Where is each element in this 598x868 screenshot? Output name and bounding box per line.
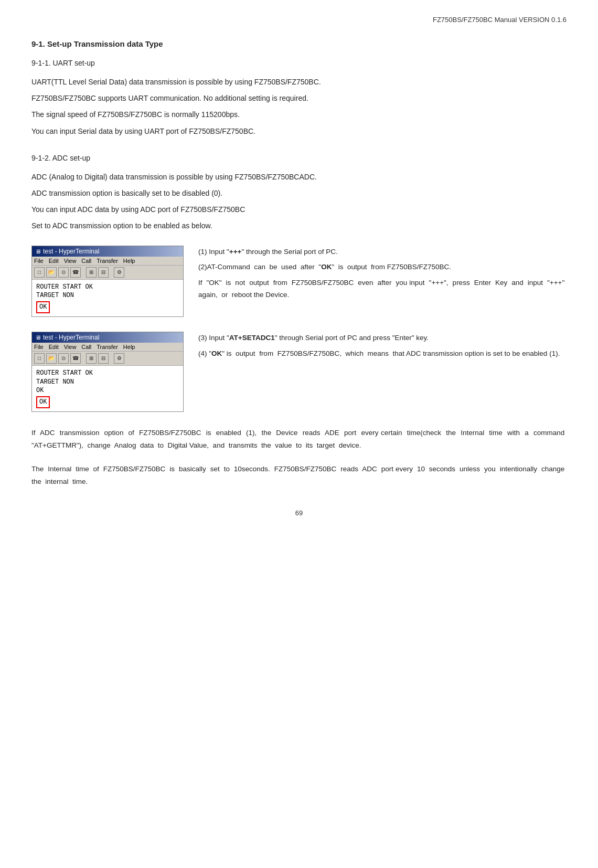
toolbar2-btn-recv[interactable]: ⊟ xyxy=(98,353,109,364)
terminal-2-ok-box: OK xyxy=(36,396,50,408)
menu-file-2[interactable]: File xyxy=(34,344,44,350)
toolbar2-btn-dial[interactable]: ☎ xyxy=(70,353,81,364)
page-title: FZ750BS/FZ750BC Manual VERSION 0.1.6 xyxy=(433,16,567,24)
uart-para-3: The signal speed of FZ750BS/FZ750BC is n… xyxy=(31,108,567,121)
terminal-1-title: test - HyperTerminal xyxy=(43,248,99,255)
terminal-1-line-2: TARGET NON xyxy=(36,291,179,300)
menu-edit-1[interactable]: Edit xyxy=(49,258,59,264)
desc1-para-2: (2)AT-Command can be used after "OK" is … xyxy=(198,261,567,273)
terminal-2-toolbar: □ 📂 ⊙ ☎ ⊞ ⊟ ⚙ xyxy=(32,352,183,366)
menu-help-2[interactable]: Help xyxy=(123,344,135,350)
terminal-1-content: ROUTER START OK TARGET NON OK xyxy=(32,280,183,316)
adc-para-4: Set to ADC transmission option to be ena… xyxy=(31,219,567,232)
toolbar2-btn-send[interactable]: ⊞ xyxy=(86,353,97,364)
desc-block-1: (1) Input "+++" through the Serial port … xyxy=(198,246,567,305)
bottom-section: If ADC transmission option of FZ750BS/FZ… xyxy=(31,427,567,488)
adc-para-2: ADC transmission option is basically set… xyxy=(31,187,567,200)
desc-block-2: (3) Input "AT+SETADC1" through Serial po… xyxy=(198,332,567,363)
terminal-1-line-1: ROUTER START OK xyxy=(36,283,179,292)
menu-transfer-1[interactable]: Transfer xyxy=(97,258,118,264)
terminal-2-content: ROUTER START OK TARGET NON OK OK xyxy=(32,366,183,411)
toolbar-btn-settings[interactable]: ⚙ xyxy=(114,267,124,278)
page-number: 69 xyxy=(31,509,567,517)
bottom-para-1: If ADC transmission option of FZ750BS/FZ… xyxy=(31,427,567,452)
terminal-2-line-2: TARGET NON xyxy=(36,378,179,387)
terminal-1-ok-box: OK xyxy=(36,301,50,313)
page-header: FZ750BS/FZ750BC Manual VERSION 0.1.6 xyxy=(31,16,567,24)
terminal-1-titlebar: 🖥 test - HyperTerminal xyxy=(32,246,183,257)
menu-help-1[interactable]: Help xyxy=(123,258,135,264)
terminal-row-2: 🖥 test - HyperTerminal File Edit View Ca… xyxy=(31,332,567,412)
terminal-2-ok: OK xyxy=(36,395,179,408)
terminal-2-icon: 🖥 xyxy=(35,334,41,341)
menu-call-1[interactable]: Call xyxy=(81,258,91,264)
terminal-2-title: test - HyperTerminal xyxy=(43,334,99,341)
toolbar2-btn-settings[interactable]: ⚙ xyxy=(114,353,124,364)
terminal-2-menubar: File Edit View Call Transfer Help xyxy=(32,343,183,352)
desc1-para-3: If "OK" is not output from FZ750BS/FZ750… xyxy=(198,277,567,301)
terminal-2-line-3: OK xyxy=(36,386,179,395)
desc2-para-1: (3) Input "AT+SETADC1" through Serial po… xyxy=(198,332,567,344)
subsection-9-1-2-title: 9-1-2. ADC set-up xyxy=(31,154,567,162)
toolbar-btn-dial[interactable]: ☎ xyxy=(70,267,81,278)
toolbar2-btn-open[interactable]: 📂 xyxy=(46,353,57,364)
menu-view-2[interactable]: View xyxy=(64,344,77,350)
toolbar-btn-open[interactable]: 📂 xyxy=(46,267,57,278)
terminal-1-ok: OK xyxy=(36,300,179,313)
terminal-2-titlebar: 🖥 test - HyperTerminal xyxy=(32,332,183,343)
desc2-para-2: (4) "OK" is output from FZ750BS/FZ750BC,… xyxy=(198,347,567,360)
menu-edit-2[interactable]: Edit xyxy=(49,344,59,350)
toolbar-btn-new[interactable]: □ xyxy=(34,267,45,278)
terminal-1-toolbar: □ 📂 ⊙ ☎ ⊞ ⊟ ⚙ xyxy=(32,266,183,280)
terminal-box-2: 🖥 test - HyperTerminal File Edit View Ca… xyxy=(31,332,184,412)
desc1-para-1: (1) Input "+++" through the Serial port … xyxy=(198,246,567,258)
uart-para-1: UART(TTL Level Serial Data) data transmi… xyxy=(31,76,567,89)
uart-paragraphs: UART(TTL Level Serial Data) data transmi… xyxy=(31,76,567,138)
section-9-1-title: 9-1. Set-up Transmission data Type xyxy=(31,39,567,48)
menu-call-2[interactable]: Call xyxy=(81,344,91,350)
terminal-1-icon: 🖥 xyxy=(35,248,41,255)
toolbar2-btn-new[interactable]: □ xyxy=(34,353,45,364)
terminal-row-1: 🖥 test - HyperTerminal File Edit View Ca… xyxy=(31,246,567,317)
adc-paragraphs: ADC (Analog to Digital) data transmissio… xyxy=(31,171,567,233)
toolbar-btn-send[interactable]: ⊞ xyxy=(86,267,97,278)
adc-para-1: ADC (Analog to Digital) data transmissio… xyxy=(31,171,567,184)
menu-file-1[interactable]: File xyxy=(34,258,44,264)
uart-para-4: You can input Serial data by using UART … xyxy=(31,125,567,138)
bottom-para-2: The Internal time of FZ750BS/FZ750BC is … xyxy=(31,463,567,489)
adc-para-3: You can input ADC data by using ADC port… xyxy=(31,203,567,216)
menu-view-1[interactable]: View xyxy=(64,258,77,264)
toolbar2-btn-prop[interactable]: ⊙ xyxy=(58,353,69,364)
toolbar-btn-prop[interactable]: ⊙ xyxy=(58,267,69,278)
terminal-1-menubar: File Edit View Call Transfer Help xyxy=(32,257,183,266)
menu-transfer-2[interactable]: Transfer xyxy=(97,344,118,350)
subsection-9-1-1-title: 9-1-1. UART set-up xyxy=(31,59,567,67)
toolbar-btn-recv[interactable]: ⊟ xyxy=(98,267,109,278)
uart-para-2: FZ750BS/FZ750BC supports UART communicat… xyxy=(31,92,567,105)
terminal-2-line-1: ROUTER START OK xyxy=(36,369,179,378)
terminal-box-1: 🖥 test - HyperTerminal File Edit View Ca… xyxy=(31,246,184,317)
